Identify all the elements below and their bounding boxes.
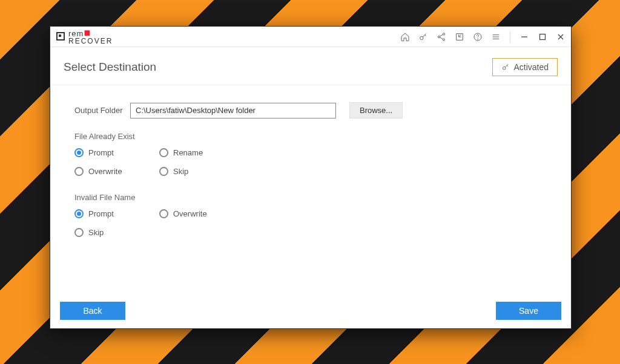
invalid-name-prompt[interactable]: Prompt (74, 209, 159, 218)
activated-label: Activated (513, 62, 549, 72)
file-exist-group: Prompt Rename Overwrite Skip (74, 148, 547, 176)
share-icon[interactable] (435, 30, 448, 44)
radio-icon (74, 209, 84, 218)
svg-point-5 (478, 39, 478, 39)
file-exist-skip[interactable]: Skip (159, 167, 256, 176)
invalid-name-label: Invalid File Name (74, 193, 547, 202)
invalid-name-skip[interactable]: Skip (74, 228, 159, 237)
app-logo: rem■RECOVER (56, 28, 113, 45)
titlebar: rem■RECOVER (50, 27, 571, 47)
close-button[interactable] (554, 30, 567, 44)
back-button[interactable]: Back (60, 302, 125, 320)
radio-label: Rename (173, 148, 203, 157)
maximize-button[interactable] (536, 30, 549, 44)
logo-icon (56, 32, 65, 41)
radio-icon (159, 167, 168, 176)
radio-icon (159, 209, 168, 218)
home-icon[interactable] (398, 30, 412, 44)
app-window: rem■RECOVER Select Destination Activated… (50, 26, 572, 329)
output-folder-input[interactable] (130, 103, 336, 119)
form-body: Output Folder Browse... File Already Exi… (50, 85, 571, 294)
page-header: Select Destination Activated (50, 47, 571, 85)
invalid-name-overwrite[interactable]: Overwrite (159, 209, 256, 218)
svg-rect-6 (540, 34, 546, 39)
radio-label: Skip (88, 228, 104, 237)
footer: Back Save (50, 294, 571, 328)
radio-icon (159, 148, 168, 157)
page-title: Select Destination (64, 60, 156, 74)
svg-point-2 (438, 36, 440, 37)
output-folder-label: Output Folder (74, 106, 130, 115)
radio-icon (74, 167, 84, 176)
svg-point-7 (503, 67, 506, 70)
browse-button[interactable]: Browse... (349, 102, 403, 119)
radio-label: Skip (173, 167, 188, 176)
export-icon[interactable] (453, 30, 466, 44)
radio-label: Overwrite (88, 167, 122, 176)
minimize-button[interactable] (518, 30, 531, 44)
file-exist-overwrite[interactable]: Overwrite (74, 167, 159, 176)
invalid-name-group: Prompt Overwrite Skip (74, 209, 547, 237)
file-exist-label: File Already Exist (74, 132, 547, 141)
titlebar-divider (510, 31, 510, 43)
help-icon[interactable] (471, 30, 484, 44)
titlebar-icons (398, 30, 567, 44)
radio-label: Overwrite (173, 209, 207, 218)
radio-icon (74, 228, 84, 237)
key-small-icon (501, 63, 510, 71)
svg-point-1 (443, 33, 444, 34)
key-icon[interactable] (417, 30, 430, 44)
logo-text: rem■RECOVER (68, 28, 113, 45)
radio-icon (74, 148, 84, 157)
svg-point-0 (420, 36, 423, 39)
file-exist-prompt[interactable]: Prompt (74, 148, 159, 157)
file-exist-rename[interactable]: Rename (159, 148, 256, 157)
activated-badge[interactable]: Activated (492, 58, 558, 76)
svg-point-3 (443, 39, 444, 41)
output-folder-row: Output Folder Browse... (74, 102, 547, 119)
menu-icon[interactable] (489, 30, 503, 44)
radio-label: Prompt (88, 209, 114, 218)
save-button[interactable]: Save (496, 302, 561, 320)
radio-label: Prompt (88, 148, 114, 157)
